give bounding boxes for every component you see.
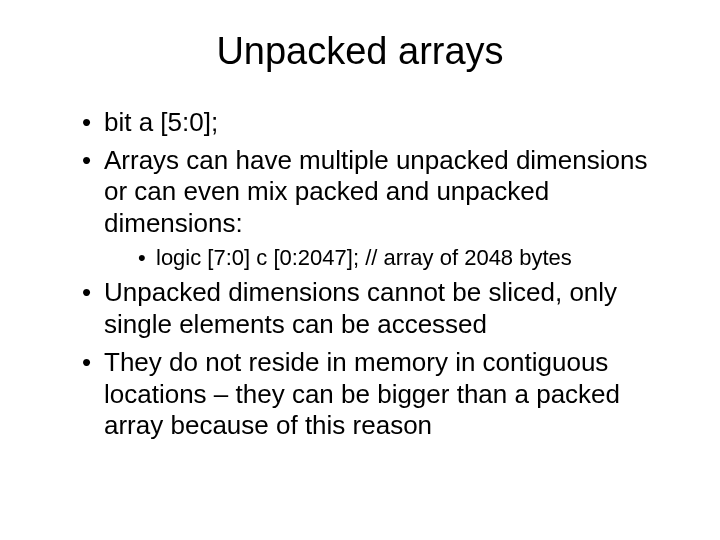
list-item: Arrays can have multiple unpacked dimens… xyxy=(82,145,670,272)
slide-title: Unpacked arrays xyxy=(50,30,670,73)
list-item: bit a [5:0]; xyxy=(82,107,670,139)
list-item: Unpacked dimensions cannot be sliced, on… xyxy=(82,277,670,340)
list-item: logic [7:0] c [0:2047]; // array of 2048… xyxy=(138,244,670,272)
sub-bullet-list: logic [7:0] c [0:2047]; // array of 2048… xyxy=(104,244,670,272)
bullet-text: Unpacked dimensions cannot be sliced, on… xyxy=(104,277,617,339)
list-item: They do not reside in memory in contiguo… xyxy=(82,347,670,442)
bullet-text: bit a [5:0]; xyxy=(104,107,218,137)
bullet-list: bit a [5:0]; Arrays can have multiple un… xyxy=(50,107,670,442)
bullet-text: logic [7:0] c [0:2047]; // array of 2048… xyxy=(156,245,572,270)
bullet-text: Arrays can have multiple unpacked dimens… xyxy=(104,145,647,238)
bullet-text: They do not reside in memory in contiguo… xyxy=(104,347,620,440)
